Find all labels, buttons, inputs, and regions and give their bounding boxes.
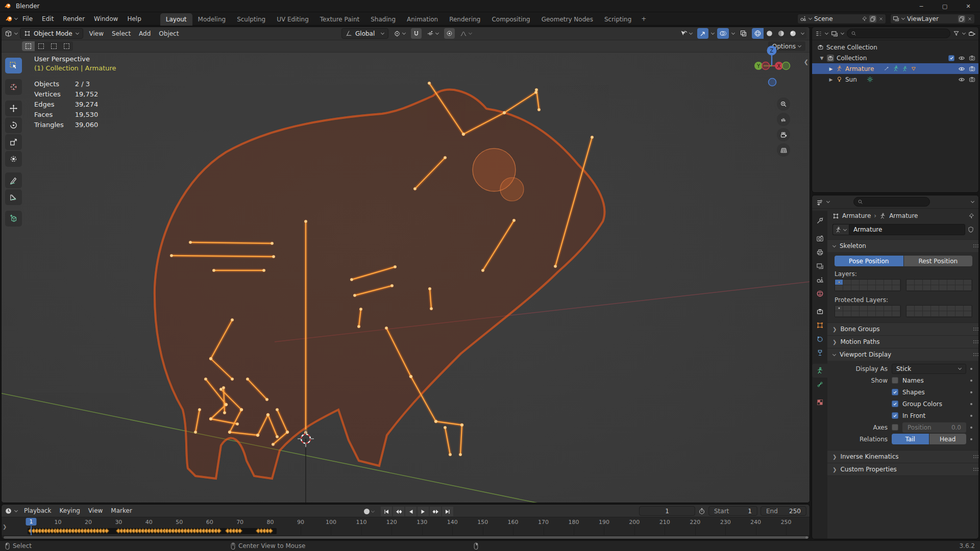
shading-wireframe-button[interactable] (752, 28, 764, 39)
workspace-tab[interactable]: Scripting (599, 13, 637, 26)
stopwatch-icon[interactable] (698, 508, 705, 515)
animate-dot[interactable] (970, 380, 972, 382)
layer-cell[interactable] (955, 306, 964, 311)
layer-cell[interactable] (906, 306, 915, 311)
layer-cell[interactable] (915, 285, 923, 291)
layer-cell[interactable] (860, 280, 868, 285)
layer-cell[interactable] (915, 306, 923, 311)
in-front-checkbox[interactable] (892, 412, 898, 419)
layer-cell[interactable] (906, 311, 915, 317)
auto-keying-toggle[interactable] (362, 506, 377, 517)
armature-layers-grid[interactable] (835, 279, 972, 291)
tab-constraints[interactable] (812, 346, 827, 360)
viewport-canvas[interactable] (2, 53, 810, 503)
sun-hide-eye-icon[interactable] (958, 76, 965, 83)
pan-button[interactable] (777, 113, 790, 126)
zoom-button[interactable] (777, 97, 790, 111)
select-mode-intersect-button[interactable] (60, 41, 73, 51)
layer-cell[interactable] (868, 306, 876, 311)
workspace-tab[interactable]: Animation (401, 13, 444, 26)
layer-cell[interactable] (868, 311, 876, 317)
tab-view-layer[interactable] (812, 259, 827, 273)
workspace-tab[interactable]: Rendering (444, 13, 486, 26)
tab-bone[interactable] (812, 378, 827, 391)
custom-properties-panel-header[interactable]: ❯ Custom Properties (827, 463, 979, 475)
layer-cell[interactable] (939, 306, 947, 311)
gizmo-minus-z-axis[interactable] (769, 79, 776, 86)
close-button[interactable]: ✕ (957, 0, 980, 12)
tab-collection[interactable] (812, 305, 827, 318)
add-cube-tool[interactable] (5, 211, 22, 227)
layer-cell[interactable] (860, 306, 868, 311)
layer-cell[interactable] (868, 285, 876, 291)
relations-head-button[interactable]: Head (929, 434, 967, 444)
outliner-row-scene-collection[interactable]: Scene Collection (812, 42, 978, 53)
proportional-editing-toggle[interactable] (444, 28, 455, 39)
layer-cell[interactable] (851, 306, 860, 311)
layer-cell[interactable] (851, 285, 860, 291)
animate-dot[interactable] (970, 403, 972, 405)
armature-id-icon[interactable] (832, 224, 849, 235)
panel-drag-dots-icon[interactable] (973, 244, 974, 245)
layer-cell[interactable] (876, 280, 884, 285)
collection-render-camera-icon[interactable] (969, 55, 975, 61)
layer-cell[interactable] (947, 306, 955, 311)
workspace-tab[interactable]: Layout (160, 13, 192, 26)
topbar-menu-item[interactable]: Edit (37, 13, 58, 24)
properties-editor-icon[interactable] (816, 198, 823, 206)
layer-cell[interactable] (851, 280, 860, 285)
layer-cell[interactable] (868, 280, 876, 285)
show-overlays-toggle[interactable] (717, 28, 729, 39)
unlink-scene-icon[interactable] (878, 16, 884, 21)
layer-cell[interactable] (964, 280, 972, 285)
names-checkbox[interactable] (892, 377, 898, 384)
layer-cell[interactable] (843, 285, 851, 291)
add-workspace-button[interactable]: + (637, 15, 650, 22)
armature-hide-eye-icon[interactable] (958, 65, 965, 72)
motion-paths-panel-header[interactable]: ❯ Motion Paths (827, 335, 979, 348)
outliner-row-armature[interactable]: ▶ Armature (812, 63, 978, 74)
timeline-ruler[interactable]: 1020304050607080901001101201301401501601… (2, 517, 810, 535)
topbar-menu-item[interactable]: Help (122, 13, 145, 24)
layer-cell[interactable] (876, 306, 884, 311)
end-frame-field[interactable]: End 250 (761, 506, 806, 516)
show-gizmo-toggle[interactable] (697, 28, 708, 39)
tab-texture[interactable] (812, 395, 827, 409)
scale-tool[interactable] (5, 134, 22, 150)
mode-dropdown[interactable]: Object Mode (20, 28, 83, 39)
layer-cell[interactable] (964, 285, 972, 291)
layer-cell[interactable] (915, 311, 923, 317)
layer-cell[interactable] (851, 311, 860, 317)
play-reverse-button[interactable] (405, 507, 416, 516)
editor-type-icon[interactable] (5, 30, 12, 37)
layer-cell[interactable] (923, 280, 931, 285)
timeline-menu-item[interactable]: View (84, 505, 107, 516)
collection-checkbox[interactable] (948, 55, 954, 61)
layer-cell[interactable] (955, 280, 964, 285)
timeline-channel-expand-icon[interactable]: ❯ (3, 524, 7, 530)
layer-cell[interactable] (884, 306, 892, 311)
layer-cell[interactable] (923, 311, 931, 317)
xray-toggle[interactable] (738, 28, 749, 39)
timeline-menu-item[interactable]: Marker (107, 505, 136, 516)
layer-cell[interactable] (843, 306, 851, 311)
layer-cell[interactable] (923, 306, 931, 311)
panel-drag-dots-icon[interactable] (973, 468, 974, 469)
timeline-menu-item[interactable]: Playback (20, 505, 56, 516)
current-frame-chip[interactable]: 1 (26, 518, 37, 525)
new-collection-icon[interactable] (968, 30, 975, 37)
animate-dot[interactable] (970, 368, 972, 370)
navigation-gizmo[interactable]: Z Y X (748, 42, 795, 93)
layer-cell[interactable] (835, 311, 843, 317)
breadcrumb-pin-icon[interactable] (968, 213, 974, 219)
inverse-kinematics-panel-header[interactable]: ❯ Inverse Kinematics (827, 450, 979, 463)
layer-cell[interactable] (931, 311, 939, 317)
timeline-scrollbar-thumb[interactable] (4, 536, 808, 539)
gizmo-x-axis[interactable]: X (777, 63, 781, 69)
layer-cell[interactable] (906, 285, 915, 291)
cursor-tool[interactable] (5, 79, 22, 95)
layer-cell[interactable] (955, 285, 964, 291)
snap-toggle[interactable] (411, 28, 422, 39)
layer-cell[interactable] (835, 306, 843, 311)
breadcrumb-object-name[interactable]: Armature (842, 212, 871, 219)
